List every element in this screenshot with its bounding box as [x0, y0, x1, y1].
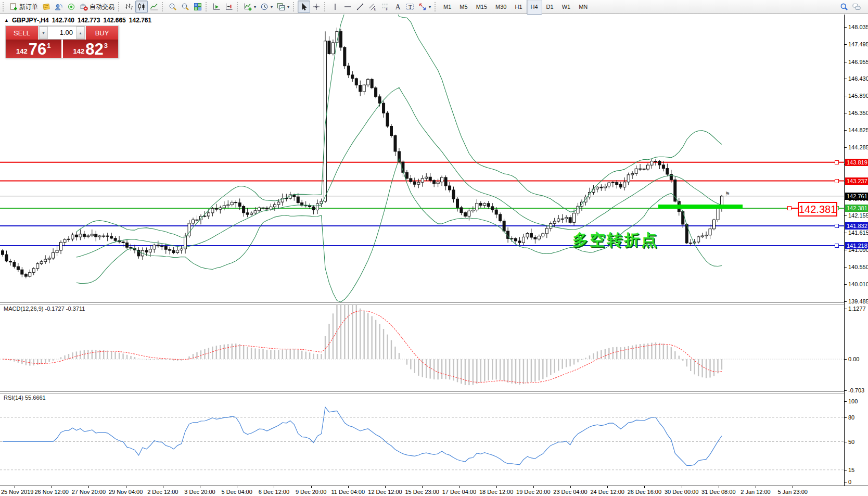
tf-button-H4[interactable]: H4 — [527, 0, 542, 15]
tf-button-M15[interactable]: M15 — [472, 0, 491, 15]
tf-button-M5[interactable]: M5 — [455, 0, 471, 15]
toolbar-new-order-button[interactable]: 新订单 — [7, 1, 40, 13]
price-tag-handle[interactable] — [787, 206, 792, 210]
toolbar-data-window-button[interactable] — [53, 1, 65, 13]
time-tick-mark — [422, 486, 423, 488]
buy-price-display[interactable]: 142 82 3 — [63, 40, 119, 58]
tf-button-M1[interactable]: M1 — [439, 0, 455, 15]
time-tick-mark — [682, 486, 682, 488]
rsi-tick-mark — [845, 417, 847, 418]
toolbar-periods-button[interactable]: ▾ — [258, 1, 275, 13]
tf-button-W1[interactable]: W1 — [558, 0, 575, 15]
toolbar-chart-shift-button[interactable] — [223, 1, 235, 13]
toolbar-search-button[interactable] — [838, 1, 850, 13]
toolbar-auto-scroll-button[interactable] — [210, 1, 223, 13]
toolbar-fibonacci-button[interactable]: F — [379, 1, 391, 13]
toolbar-channel-button[interactable]: E — [366, 1, 379, 13]
toolbar-autotrading-button[interactable]: 自动交易 — [78, 1, 117, 13]
volume-input[interactable]: 1.00 — [48, 27, 76, 39]
svg-text:T: T — [409, 4, 412, 10]
tf-button-M30[interactable]: M30 — [491, 0, 510, 15]
price-line-badge: 142.761 — [845, 193, 868, 200]
time-tick: 11 Dec 04:00 — [331, 489, 365, 495]
time-tick: 9 Dec 20:00 — [296, 489, 326, 495]
toolbar-cursor-button[interactable] — [298, 1, 310, 13]
toolbar-horizontal-line-button[interactable] — [341, 1, 354, 13]
pane-separator-rsi[interactable] — [0, 391, 868, 393]
toolbar-zoom-out-button[interactable] — [179, 1, 192, 13]
volume-decrease-button[interactable]: ▾ — [39, 27, 48, 39]
templates-icon — [277, 3, 285, 11]
toolbar-templates-button[interactable]: ▾ — [275, 1, 291, 13]
toolbar-line-chart-button[interactable] — [148, 1, 160, 13]
auto-scroll-icon — [212, 3, 221, 11]
time-tick-mark — [274, 486, 274, 488]
highlight-zone-object[interactable] — [658, 205, 743, 209]
toolbar-market-watch-button[interactable] — [40, 1, 53, 13]
toolbar-crosshair-button[interactable] — [310, 1, 323, 13]
chart-shift-icon — [225, 3, 233, 11]
sell-button[interactable]: SELL — [6, 26, 38, 40]
price-tick-mark — [845, 62, 847, 62]
price-tick-mark — [845, 113, 847, 113]
buy-price-integer: 142 — [73, 47, 85, 55]
time-tick-mark — [570, 486, 571, 488]
main-toolbar: 新订单自动交易▾▾▾EFAT▾M1M5M15M30H1H4D1W1MN — [0, 0, 868, 14]
toolbar-text-button[interactable]: A — [391, 1, 404, 13]
line-handle[interactable] — [835, 160, 839, 164]
signals-icon — [67, 3, 75, 11]
price-axis[interactable]: 148.035147.495146.955146.430145.890145.3… — [844, 15, 868, 486]
time-tick-mark — [163, 486, 163, 488]
line-handle[interactable] — [835, 224, 839, 228]
price-tick: 141.615 — [848, 230, 868, 236]
buy-button[interactable]: BUY — [86, 26, 118, 40]
time-tick: 2 Jan 12:00 — [741, 489, 771, 495]
price-chart-canvas[interactable] — [0, 15, 844, 486]
chat-icon — [852, 3, 861, 11]
sell-price-display[interactable]: 142 76 1 — [6, 40, 61, 58]
toolbar-vertical-line-button[interactable] — [329, 1, 341, 13]
macd-value: -0.1727 — [45, 306, 64, 312]
time-tick-mark — [793, 486, 793, 488]
time-tick: 17 Dec 04:00 — [442, 489, 476, 495]
line-handle[interactable] — [835, 179, 839, 183]
toolbar-trendline-button[interactable] — [354, 1, 366, 13]
toolbar-signals-button[interactable] — [65, 1, 78, 13]
volume-increase-button[interactable]: ▴ — [76, 27, 85, 39]
toolbar-text-label-button[interactable]: T — [404, 1, 416, 13]
toolbar-zoom-in-button[interactable] — [167, 1, 179, 13]
sell-price-point: 1 — [47, 42, 50, 49]
time-tick: 30 Dec 00:00 — [665, 489, 698, 495]
time-tick: 23 Dec 04:00 — [553, 489, 587, 495]
flag-marker-icon[interactable]: ⚑ — [725, 190, 730, 197]
toolbar-bar-chart-button[interactable] — [123, 1, 135, 13]
time-tick-mark — [200, 486, 200, 488]
toolbar-grip — [237, 2, 240, 11]
pane-separator-macd[interactable] — [0, 302, 868, 304]
trading-terminal-window: 新订单自动交易▾▾▾EFAT▾M1M5M15M30H1H4D1W1MN ▲ GB… — [0, 0, 868, 496]
time-axis[interactable]: 25 Nov 201926 Nov 12:0027 Nov 20:0029 No… — [0, 486, 868, 496]
time-tick: 19 Dec 20:00 — [516, 489, 550, 495]
line-handle[interactable] — [835, 244, 839, 248]
tf-button-H1[interactable]: H1 — [510, 0, 526, 15]
time-tick: 15 Dec 23:00 — [405, 489, 439, 495]
tf-button-D1[interactable]: D1 — [542, 0, 558, 15]
time-tick: 26 Dec 16:00 — [628, 489, 661, 495]
price-tag-object[interactable]: 142.381 — [798, 202, 837, 217]
price-tick: 146.955 — [848, 59, 868, 65]
rsi-tick: 0 — [848, 479, 851, 485]
text-annotation-object[interactable]: 多空转折点 — [572, 230, 658, 251]
chevron-down-icon: ▾ — [254, 5, 256, 9]
buy-price-point: 3 — [104, 42, 108, 49]
rsi-tick: 15 — [848, 467, 854, 473]
time-tick-mark — [385, 486, 386, 488]
direction-up-icon: ▲ — [4, 18, 9, 23]
svg-text:E: E — [374, 7, 377, 11]
toolbar-indicators-button[interactable]: ▾ — [241, 1, 258, 13]
tf-button-MN[interactable]: MN — [575, 0, 592, 15]
rsi-tick: 80 — [848, 414, 854, 421]
toolbar-arrows-button[interactable]: ▾ — [416, 1, 433, 13]
toolbar-tile-windows-button[interactable] — [192, 1, 204, 13]
toolbar-chat-button[interactable] — [850, 1, 863, 13]
toolbar-candlestick-chart-button[interactable] — [135, 1, 148, 13]
